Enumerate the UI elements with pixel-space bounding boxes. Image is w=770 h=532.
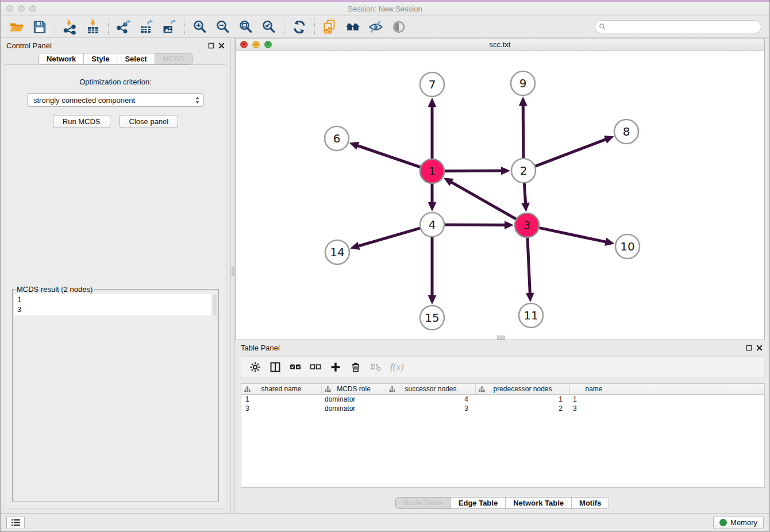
- tab-edge-table[interactable]: Edge Table: [451, 498, 505, 508]
- show-columns-icon: [270, 361, 281, 373]
- splitter-grip[interactable]: [232, 267, 234, 276]
- cell-shared-name[interactable]: 1: [241, 395, 322, 403]
- first-neighbors-icon: [345, 20, 360, 34]
- mcds-result-box: MCDS result (2 nodes) 13: [12, 285, 219, 502]
- memory-button[interactable]: Memory: [713, 516, 764, 529]
- control-panel-tabstrip: NetworkStyleSelectMCDS: [38, 53, 192, 65]
- close-panel-button[interactable]: Close panel: [120, 115, 179, 128]
- import-network-button[interactable]: [59, 18, 82, 36]
- tab-select[interactable]: Select: [117, 53, 154, 64]
- float-panel-icon[interactable]: [208, 43, 214, 49]
- create-column-button[interactable]: [330, 360, 341, 374]
- cell-name[interactable]: 1: [570, 395, 618, 403]
- graph-edge-2-8[interactable]: [535, 136, 614, 167]
- graph-node-10[interactable]: 10: [615, 234, 640, 259]
- node-table[interactable]: shared nameMCDS rolesuccessor nodesprede…: [241, 383, 765, 488]
- graph-edge-3-10[interactable]: [539, 228, 615, 246]
- graph-edge-3-11[interactable]: [526, 237, 534, 302]
- cell-successor-nodes[interactable]: 4: [386, 395, 476, 403]
- result-scrollbar[interactable]: [211, 294, 217, 315]
- table-settings-button[interactable]: [249, 360, 261, 374]
- tab-style[interactable]: Style: [83, 53, 117, 64]
- table-row[interactable]: 1dominator411: [241, 395, 764, 404]
- task-history-button[interactable]: [6, 516, 25, 529]
- cell-mcds-role[interactable]: dominator: [322, 404, 386, 413]
- cell-shared-name[interactable]: 3: [241, 404, 322, 413]
- export-image-button[interactable]: [158, 18, 181, 36]
- mcds-result-text[interactable]: 13: [14, 294, 217, 315]
- horizontal-splitter-grip[interactable]: [497, 336, 505, 340]
- zoom-out-button[interactable]: [211, 18, 234, 36]
- graph-edge-1-2[interactable]: [444, 167, 510, 175]
- export-network-button[interactable]: [112, 18, 135, 36]
- export-table-button[interactable]: [135, 18, 158, 36]
- select-all-columns-button[interactable]: [290, 360, 301, 374]
- graph-node-11[interactable]: 11: [519, 303, 543, 327]
- graph-edge-4-14[interactable]: [350, 228, 421, 250]
- save-session-button[interactable]: [28, 18, 51, 36]
- first-neighbors-button[interactable]: [341, 18, 364, 36]
- main-toolbar: [1, 16, 769, 38]
- function-builder-icon: f(x): [390, 361, 404, 373]
- graph-edge-4-3[interactable]: [444, 221, 514, 229]
- zoom-fit-button[interactable]: [234, 18, 257, 36]
- close-panel-icon[interactable]: [218, 43, 225, 49]
- hide-selected-button[interactable]: [364, 18, 387, 36]
- graph-node-1[interactable]: 1: [420, 159, 444, 183]
- graph-edge-4-15[interactable]: [428, 237, 437, 304]
- import-table-button[interactable]: [82, 18, 105, 36]
- graph-node-3[interactable]: 3: [515, 213, 539, 237]
- show-columns-button[interactable]: [270, 360, 281, 374]
- vertical-splitter[interactable]: [230, 38, 235, 513]
- zoom-in-button[interactable]: [188, 18, 211, 36]
- export-network-icon: [116, 20, 131, 34]
- tab-network-table[interactable]: Network Table: [505, 498, 571, 508]
- column-header-successor-nodes[interactable]: successor nodes: [386, 384, 476, 394]
- delete-columns-button[interactable]: [350, 360, 361, 374]
- graph-edge-2-3[interactable]: [521, 183, 530, 212]
- cell-predecessor-nodes[interactable]: 2: [476, 404, 570, 413]
- network-canvas-svg[interactable]: 7968124314101511: [236, 51, 765, 340]
- cell-successor-nodes[interactable]: 3: [386, 404, 476, 413]
- column-header-name[interactable]: name: [570, 384, 618, 394]
- graph-edge-1-4[interactable]: [428, 183, 437, 211]
- network-window-title: scc.txt: [236, 40, 764, 49]
- table-panel-header: Table Panel: [235, 340, 769, 355]
- column-header-shared-name[interactable]: shared name: [241, 384, 322, 394]
- apply-layout-button[interactable]: [288, 18, 311, 36]
- run-mcds-button[interactable]: Run MCDS: [53, 115, 110, 128]
- close-table-panel-icon[interactable]: [756, 345, 763, 351]
- graph-edge-3-1[interactable]: [444, 178, 517, 219]
- graph-edge-1-6[interactable]: [349, 142, 421, 167]
- graph-node-15[interactable]: 15: [420, 306, 444, 330]
- float-table-panel-icon[interactable]: [746, 345, 752, 351]
- tab-node-table[interactable]: Node Table: [396, 498, 451, 508]
- show-all-button[interactable]: [387, 18, 410, 36]
- graph-node-7[interactable]: 7: [420, 72, 444, 97]
- criterion-dropdown[interactable]: strongly connected component: [27, 93, 204, 107]
- cell-predecessor-nodes[interactable]: 1: [476, 395, 570, 403]
- graph-edge-2-9[interactable]: [519, 97, 528, 159]
- cell-name[interactable]: 3: [570, 404, 618, 413]
- cell-mcds-role[interactable]: dominator: [322, 395, 386, 403]
- graph-node-14[interactable]: 14: [325, 240, 349, 264]
- graph-node-8[interactable]: 8: [614, 119, 638, 144]
- tab-network[interactable]: Network: [39, 53, 83, 64]
- graph-node-6[interactable]: 6: [325, 126, 349, 151]
- open-session-button[interactable]: [5, 18, 28, 36]
- tab-motifs[interactable]: Motifs: [571, 498, 609, 508]
- graph-node-2[interactable]: 2: [511, 159, 536, 183]
- search-input[interactable]: [595, 20, 761, 33]
- table-row[interactable]: 3dominator323: [241, 404, 764, 413]
- network-canvas[interactable]: 7968124314101511: [236, 51, 764, 340]
- new-network-from-selection-button[interactable]: [318, 18, 341, 36]
- graph-edge-1-7[interactable]: [428, 98, 437, 159]
- apply-layout-icon: [292, 20, 307, 34]
- graph-node-4[interactable]: 4: [420, 213, 444, 237]
- tab-mcds[interactable]: MCDS: [155, 53, 192, 64]
- deselect-all-columns-button[interactable]: [310, 360, 321, 374]
- zoom-selected-button[interactable]: [257, 18, 280, 36]
- column-header-mcds-role[interactable]: MCDS role: [322, 384, 386, 394]
- column-header-predecessor-nodes[interactable]: predecessor nodes: [476, 384, 570, 394]
- graph-node-9[interactable]: 9: [511, 71, 535, 95]
